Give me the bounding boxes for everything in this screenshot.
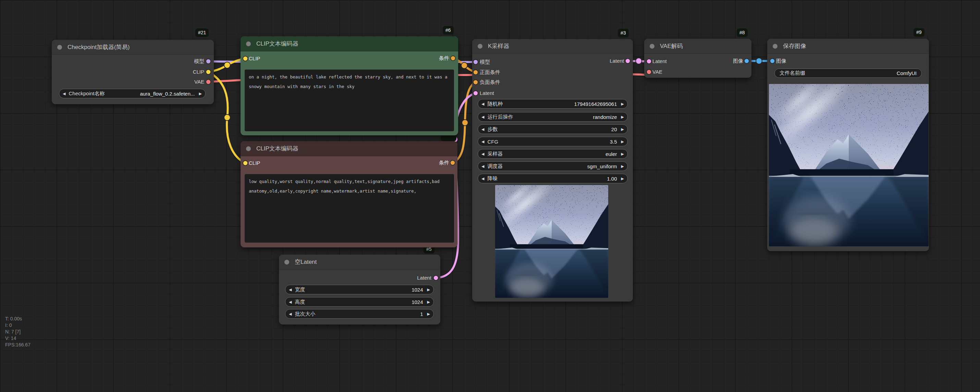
node-title-bar[interactable]: 空Latent [279, 255, 440, 270]
next-arrow-icon[interactable]: ▶ [427, 300, 430, 304]
node-title: CLIP文本编码器 [256, 36, 299, 51]
steps-widget[interactable]: ◀ 步数 20 ▶ [478, 124, 628, 134]
next-arrow-icon[interactable]: ▶ [427, 312, 430, 316]
prev-arrow-icon[interactable]: ◀ [481, 177, 484, 181]
next-arrow-icon[interactable]: ▶ [621, 139, 624, 144]
node-badge-clip-positive: #6 [443, 26, 454, 35]
next-arrow-icon[interactable]: ▶ [621, 152, 624, 156]
reroute-dot-clip-bottom[interactable] [224, 115, 230, 121]
reroute-dot-clip-top[interactable] [224, 62, 230, 68]
prev-arrow-icon[interactable]: ◀ [481, 127, 484, 132]
collapse-dot-icon[interactable] [478, 44, 482, 49]
node-badge-vae-decode: #8 [737, 29, 748, 37]
saved-image-preview [769, 84, 929, 246]
collapse-dot-icon[interactable] [285, 260, 289, 265]
node-save-image[interactable]: 保存图像 图像 文件名前缀 ComfyUI [767, 39, 929, 251]
widget-label: 步数 [487, 126, 498, 132]
widget-value: 1 [315, 311, 423, 317]
widget-label: 批次大小 [295, 311, 315, 317]
seed-widget[interactable]: ◀ 随机种 179491642695061 ▶ [478, 99, 628, 108]
widget-label: 运行后操作 [487, 114, 513, 120]
height-widget[interactable]: ◀ 高度 1024 ▶ [285, 297, 434, 307]
positive-prompt-textarea[interactable]: on a night, the beautiful lake reflected… [245, 70, 454, 131]
filename-prefix-widget[interactable]: 文件名前缀 ComfyUI [775, 69, 922, 78]
node-title-bar[interactable]: Checkpoint加载器(简易) [52, 40, 214, 55]
node-clip-text-encode-negative[interactable]: CLIP文本编码器 CLIP 条件 low quality,worst qual… [240, 141, 457, 247]
widget-label: 宽度 [295, 287, 305, 293]
node-title-bar[interactable]: CLIP文本编码器 [240, 36, 458, 51]
next-arrow-icon[interactable]: ▶ [621, 164, 624, 169]
next-arrow-icon[interactable]: ▶ [621, 127, 624, 132]
collapse-dot-icon[interactable] [57, 45, 62, 50]
prev-arrow-icon[interactable]: ◀ [481, 164, 484, 169]
prev-arrow-icon[interactable]: ◀ [289, 287, 291, 292]
prev-arrow-icon[interactable]: ◀ [481, 102, 484, 106]
widget-value: ComfyUI [805, 70, 916, 76]
batch-size-widget[interactable]: ◀ 批次大小 1 ▶ [285, 309, 434, 319]
input-slot-clip: CLIP [249, 56, 260, 61]
node-title-bar[interactable]: 保存图像 [767, 39, 929, 54]
prev-arrow-icon[interactable]: ◀ [289, 312, 291, 316]
collapse-dot-icon[interactable] [773, 44, 778, 49]
widget-value: sgm_uniform [503, 163, 617, 169]
widget-value: 179491642695061 [503, 101, 617, 107]
prev-arrow-icon[interactable]: ◀ [481, 139, 484, 144]
collapse-dot-icon[interactable] [246, 41, 251, 46]
prev-arrow-icon[interactable]: ◀ [481, 152, 484, 156]
widget-label: 降噪 [487, 175, 498, 182]
next-arrow-icon[interactable]: ▶ [427, 287, 430, 292]
node-title: K采样器 [488, 39, 509, 53]
width-widget[interactable]: ◀ 宽度 1024 ▶ [285, 285, 434, 294]
next-arrow-icon[interactable]: ▶ [621, 177, 624, 181]
control-after-generate-widget[interactable]: ◀ 运行后操作 randomize ▶ [478, 112, 628, 122]
input-slot-clip: CLIP [249, 160, 260, 166]
input-slot-latent: Latent [480, 91, 494, 96]
node-clip-text-encode-positive[interactable]: CLIP文本编码器 CLIP 条件 on a night, the beauti… [240, 36, 458, 135]
node-title-bar[interactable]: K采样器 [472, 39, 633, 53]
output-slot-conditioning: 条件 [439, 56, 449, 61]
reroute-dot-image[interactable] [756, 58, 762, 64]
next-arrow-icon[interactable]: ▶ [199, 91, 202, 96]
node-empty-latent[interactable]: 空Latent Latent ◀ 宽度 1024 ▶ ◀ 高度 1024 ▶ ◀… [279, 255, 440, 325]
next-arrow-icon[interactable]: ▶ [621, 115, 624, 119]
negative-prompt-textarea[interactable]: low quality,worst quality,normal quality… [245, 174, 454, 242]
node-checkpoint-loader[interactable]: Checkpoint加载器(简易) 模型 CLIP VAE ◀ Checkpoi… [52, 40, 214, 104]
node-title-bar[interactable]: VAE解码 [644, 39, 751, 54]
reroute-dot-latent-out[interactable] [636, 58, 642, 64]
hidden-badge [441, 134, 457, 141]
widget-label: 调度器 [487, 163, 503, 170]
collapse-dot-icon[interactable] [246, 146, 251, 151]
node-title-bar[interactable]: CLIP文本编码器 [240, 141, 457, 156]
next-arrow-icon[interactable]: ▶ [621, 102, 624, 106]
widget-label: 采样器 [487, 151, 503, 157]
widget-value: euler [503, 151, 617, 157]
denoise-widget[interactable]: ◀ 降噪 1.00 ▶ [478, 174, 628, 183]
prev-arrow-icon[interactable]: ◀ [289, 300, 291, 304]
prev-arrow-icon[interactable]: ◀ [481, 115, 484, 119]
widget-value: 20 [498, 126, 617, 132]
reroute-dot-negative-cond[interactable] [462, 120, 468, 126]
input-slot-model: 模型 [480, 59, 490, 65]
output-slot-image: 图像 [733, 58, 743, 64]
sampler-widget[interactable]: ◀ 采样器 euler ▶ [478, 149, 628, 159]
wire-clip-positive [208, 59, 245, 72]
reroute-dot-positive-cond[interactable] [461, 62, 468, 69]
node-title: VAE解码 [660, 39, 683, 53]
node-graph-canvas[interactable]: Checkpoint加载器(简易) 模型 CLIP VAE ◀ Checkpoi… [0, 0, 980, 392]
node-vae-decode[interactable]: VAE解码 Latent VAE 图像 [644, 39, 751, 78]
collapse-dot-icon[interactable] [650, 44, 654, 49]
wire-clip-negative [208, 72, 245, 163]
prev-arrow-icon[interactable]: ◀ [63, 91, 65, 96]
checkpoint-name-widget[interactable]: ◀ Checkpoint名称 aura_flow_0.2.safeten... … [59, 89, 205, 98]
performance-stats: T: 0.00s I: 0 N: 7 [7] V: 14 FPS:166.67 [5, 316, 30, 348]
node-ksampler[interactable]: K采样器 模型 正面条件 负面条件 Latent Latent ◀ 随机种 17… [472, 39, 633, 301]
output-slot-clip: CLIP [193, 69, 204, 75]
widget-label: Checkpoint名称 [68, 91, 105, 97]
cfg-widget[interactable]: ◀ CFG 3.5 ▶ [478, 137, 628, 146]
widget-value: 1.00 [498, 176, 617, 182]
node-title: 保存图像 [783, 39, 806, 53]
node-badge-save-image: #9 [913, 28, 924, 37]
input-slot-positive: 正面条件 [480, 70, 500, 75]
scheduler-widget[interactable]: ◀ 调度器 sgm_uniform ▶ [478, 161, 628, 171]
output-slot-conditioning: 条件 [439, 160, 449, 166]
